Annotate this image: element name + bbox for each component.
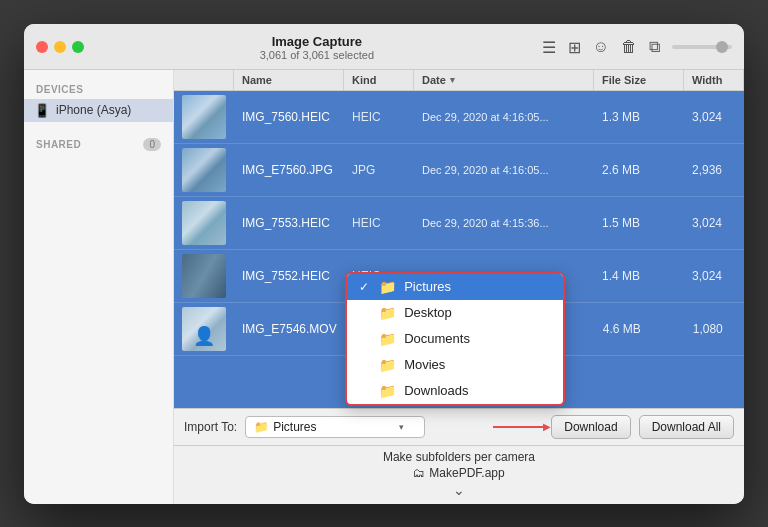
file-size: 2.6 MB xyxy=(594,159,684,181)
checkmark-icon: ✓ xyxy=(359,280,371,294)
folder-icon: 📁 xyxy=(379,279,396,295)
pdf-icon: 🗂 xyxy=(413,466,425,480)
fullscreen-button[interactable] xyxy=(72,41,84,53)
folder-icon: 📁 xyxy=(379,357,396,373)
col-thumb xyxy=(174,70,234,90)
dropdown-option-desktop[interactable]: 📁 Desktop xyxy=(347,300,563,326)
thumbnail-cell xyxy=(174,144,234,196)
thumbnail xyxy=(182,201,226,245)
option-label: Desktop xyxy=(404,305,452,320)
folder-dropdown-popup: ✓ 📁 Pictures 📁 Desktop 📁 Docume xyxy=(345,272,565,406)
file-size: 4.6 MB xyxy=(595,318,685,340)
thumbnail xyxy=(182,307,226,351)
column-headers: Name Kind Date ▾ File Size Width xyxy=(174,70,744,91)
file-area: Name Kind Date ▾ File Size Width IMG_756… xyxy=(174,70,744,504)
thumbnail-cell xyxy=(174,197,234,249)
file-width: 2,936 xyxy=(684,159,744,181)
close-button[interactable] xyxy=(36,41,48,53)
title-area: Image Capture 3,061 of 3,061 selected xyxy=(100,34,534,61)
iphone-icon: 📱 xyxy=(34,103,50,118)
table-row[interactable]: IMG_7560.HEIC HEIC Dec 29, 2020 at 4:16:… xyxy=(174,91,744,144)
option-label: Downloads xyxy=(404,383,468,398)
arrow-line xyxy=(493,426,543,428)
table-row[interactable]: IMG_7553.HEIC HEIC Dec 29, 2020 at 4:15:… xyxy=(174,197,744,250)
grid-view-icon[interactable]: ⊞ xyxy=(568,38,581,57)
toolbar-icons: ☰ ⊞ ☺ 🗑 ⧉ xyxy=(542,38,732,57)
sort-arrow-icon: ▾ xyxy=(450,75,455,85)
main-area: DEVICES 📱 iPhone (Asya) SHARED 0 Name Ki… xyxy=(24,70,744,504)
folder-icon: 📁 xyxy=(379,331,396,347)
file-size: 1.4 MB xyxy=(594,265,684,287)
shared-count: 0 xyxy=(143,138,161,151)
col-width[interactable]: Width xyxy=(684,70,744,90)
dropdown-option-pictures[interactable]: ✓ 📁 Pictures xyxy=(347,274,563,300)
file-date: Dec 29, 2020 at 4:16:05... xyxy=(414,160,594,180)
dropdown-option-documents[interactable]: 📁 Documents xyxy=(347,326,563,352)
bottom-extended: Make subfolders per camera 🗂 MakePDF.app… xyxy=(174,445,744,504)
col-name[interactable]: Name xyxy=(234,70,344,90)
subfolder-label: Make subfolders per camera xyxy=(383,450,535,464)
shared-label: SHARED xyxy=(36,139,81,150)
file-size: 1.3 MB xyxy=(594,106,684,128)
file-date: Dec 29, 2020 at 4:15:36... xyxy=(414,213,594,233)
app-window: Image Capture 3,061 of 3,061 selected ☰ … xyxy=(24,24,744,504)
shared-section: SHARED 0 xyxy=(24,134,173,155)
thumbnail-cell xyxy=(174,250,234,302)
file-name: IMG_7552.HEIC xyxy=(234,265,344,287)
file-name: IMG_E7560.JPG xyxy=(234,159,344,181)
import-select[interactable]: 📁 Pictures ▾ xyxy=(245,416,425,438)
face-detect-icon[interactable]: ☺ xyxy=(593,38,609,56)
file-date: Dec 29, 2020 at 4:16:05... xyxy=(414,107,594,127)
chevron-down-icon[interactable]: ⌄ xyxy=(453,482,465,498)
makepdf-label: 🗂 MakePDF.app xyxy=(413,466,504,480)
file-kind: HEIC xyxy=(344,106,414,128)
dropdown-option-downloads[interactable]: 📁 Downloads xyxy=(347,378,563,404)
traffic-lights xyxy=(36,41,84,53)
minimize-button[interactable] xyxy=(54,41,66,53)
file-size: 1.5 MB xyxy=(594,212,684,234)
file-kind: JPG xyxy=(344,159,414,181)
zoom-slider[interactable] xyxy=(672,45,732,49)
download-button[interactable]: Download xyxy=(551,415,630,439)
table-row[interactable]: IMG_E7560.JPG JPG Dec 29, 2020 at 4:16:0… xyxy=(174,144,744,197)
file-kind: HEIC xyxy=(344,212,414,234)
import-dropdown[interactable]: 📁 Pictures ▾ ✓ 📁 Pictures 📁 xyxy=(245,416,485,438)
file-width: 1,080 xyxy=(685,318,744,340)
titlebar: Image Capture 3,061 of 3,061 selected ☰ … xyxy=(24,24,744,70)
option-label: Documents xyxy=(404,331,470,346)
col-filesize[interactable]: File Size xyxy=(594,70,684,90)
thumbnail xyxy=(182,254,226,298)
thumbnail-cell xyxy=(174,91,234,143)
copy-icon[interactable]: ⧉ xyxy=(649,38,660,56)
file-name: IMG_E7546.MOV xyxy=(234,318,345,340)
selected-folder: Pictures xyxy=(273,420,316,434)
thumbnail-cell xyxy=(174,303,234,355)
import-label: Import To: xyxy=(184,420,237,434)
chevron-down-icon: ▾ xyxy=(399,422,404,432)
trash-icon[interactable]: 🗑 xyxy=(621,38,637,56)
option-label: Pictures xyxy=(404,279,451,294)
sidebar: DEVICES 📱 iPhone (Asya) SHARED 0 xyxy=(24,70,174,504)
option-label: Movies xyxy=(404,357,445,372)
file-width: 3,024 xyxy=(684,212,744,234)
app-title: Image Capture xyxy=(100,34,534,49)
dropdown-option-movies[interactable]: 📁 Movies xyxy=(347,352,563,378)
devices-section-label: DEVICES xyxy=(24,80,173,99)
thumbnail xyxy=(182,148,226,192)
folder-icon: 📁 xyxy=(254,420,269,434)
file-name: IMG_7560.HEIC xyxy=(234,106,344,128)
folder-icon: 📁 xyxy=(379,305,396,321)
sidebar-item-iphone[interactable]: 📱 iPhone (Asya) xyxy=(24,99,173,122)
col-date[interactable]: Date ▾ xyxy=(414,70,594,90)
col-kind[interactable]: Kind xyxy=(344,70,414,90)
file-name: IMG_7553.HEIC xyxy=(234,212,344,234)
bottom-bar: Import To: 📁 Pictures ▾ ✓ 📁 Pictures xyxy=(174,408,744,445)
arrow-indicator xyxy=(493,426,543,428)
folder-icon: 📁 xyxy=(379,383,396,399)
list-view-icon[interactable]: ☰ xyxy=(542,38,556,57)
file-width: 3,024 xyxy=(684,106,744,128)
thumbnail xyxy=(182,95,226,139)
iphone-label: iPhone (Asya) xyxy=(56,103,131,117)
download-all-button[interactable]: Download All xyxy=(639,415,734,439)
selection-count: 3,061 of 3,061 selected xyxy=(100,49,534,61)
